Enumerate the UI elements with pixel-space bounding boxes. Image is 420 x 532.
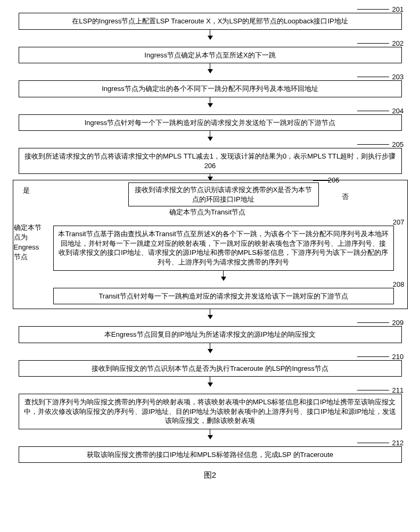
leader-line <box>313 180 329 181</box>
branch-label-yes: 是 <box>13 182 40 195</box>
leader-line <box>357 77 389 77</box>
step-205: 接收到所述请求报文的节点将该请求报文中的MPLS TTL减去1，发现该计算的结果… <box>19 148 402 174</box>
step-210: 接收到响应报文的节点识别本节点是否为执行Traceroute 的LSP的Ingr… <box>19 360 402 377</box>
step-number-row: 204 <box>13 107 407 115</box>
leader-line <box>357 144 389 145</box>
branch-label-transit: 确定本节点为Transit节点 <box>169 207 245 217</box>
step-number-row: 208 <box>43 280 405 288</box>
arrow-icon <box>210 377 210 386</box>
decision-text: 接收到请求报文的节点识别该请求报文携带的X是否为本节点的环回接口IP地址 <box>135 186 312 203</box>
step-number: 204 <box>392 107 407 115</box>
step-number: 206 <box>328 176 340 185</box>
step-number: 207 <box>393 218 405 226</box>
leader-line <box>357 9 389 10</box>
step-207: 本Transit节点基于路由查找从本Transit节点至所述X的各个下一跳，为该… <box>53 226 394 270</box>
step-209: 本Engress节点回复目的IP地址为所述请求报文的源IP地址的响应报文 <box>19 326 402 343</box>
step-number: 205 <box>392 140 407 148</box>
leader-line <box>357 390 389 390</box>
arrow-icon <box>210 429 210 439</box>
step-number: 212 <box>392 439 407 447</box>
step-211: 查找到下游序列号为响应报文携带的序列号的映射表项，将该映射表项中的MPLS标签信… <box>19 394 402 429</box>
step-number-row: 209 <box>13 319 407 327</box>
arrow-icon <box>210 343 210 353</box>
step-number-row: 207 <box>43 218 405 226</box>
arrow-icon <box>210 309 210 319</box>
step-201: 在LSP的Ingress节点上配置LSP Traceroute X，X为LSP的… <box>19 13 402 30</box>
step-number-row: 202 <box>13 39 407 47</box>
step-number: 203 <box>392 73 407 81</box>
leader-line <box>357 43 389 44</box>
step-number: 211 <box>392 386 407 394</box>
step-number: 201 <box>392 5 407 13</box>
figure-label: 图2 <box>204 470 216 480</box>
step-203: Ingress节点为确定出的各个不同下一跳分配不同序列号及本地环回地址 <box>19 80 402 97</box>
step-number: 209 <box>392 319 407 327</box>
arrow-icon <box>210 63 210 73</box>
step-number-row: 201 <box>13 5 407 13</box>
step-204: Ingress节点针对每一个下一跳构造对应的请求报文并发送给下一跳对应的下游节点 <box>19 114 402 131</box>
leader-line <box>357 322 389 323</box>
branch-label-no: 否 <box>342 192 349 202</box>
step-number-row: 205 <box>13 140 407 148</box>
leader-line <box>357 356 389 357</box>
arrow-icon <box>210 131 210 140</box>
step-number: 202 <box>392 39 407 47</box>
branch-label-engress: 确定本节 点为 Engress 节点 <box>13 223 44 262</box>
arrow-icon <box>223 271 224 280</box>
leader-line <box>357 443 389 443</box>
step-206: 206 接收到请求报文的节点识别该请求报文携带的X是否为本节点的环回接口IP地址 <box>128 182 319 206</box>
step-number-row: 211 <box>13 386 407 394</box>
step-number-row: 212 <box>13 439 407 447</box>
step-202: Ingress节点确定从本节点至所述X的下一跳 <box>19 47 402 64</box>
arrow-icon <box>210 97 210 107</box>
arrow-icon <box>210 30 210 39</box>
decision-block: 是 206 接收到请求报文的节点识别该请求报文携带的X是否为本节点的环回接口IP… <box>13 180 408 309</box>
flowchart: 201 在LSP的Ingress节点上配置LSP Traceroute X，X为… <box>5 5 415 480</box>
step-number-row: 210 <box>13 353 407 361</box>
step-208: Transit节点针对每一下一跳构造对应的请求报文并发送给该下一跳对应的下游节点 <box>53 288 394 305</box>
step-number: 208 <box>393 280 405 288</box>
step-number: 210 <box>392 353 407 361</box>
step-number-row: 203 <box>13 73 407 81</box>
leader-line <box>357 111 389 111</box>
step-212: 获取该响应报文携带的接口IP地址和MPLS标签路径信息，完成LSP 的Trace… <box>19 446 402 463</box>
